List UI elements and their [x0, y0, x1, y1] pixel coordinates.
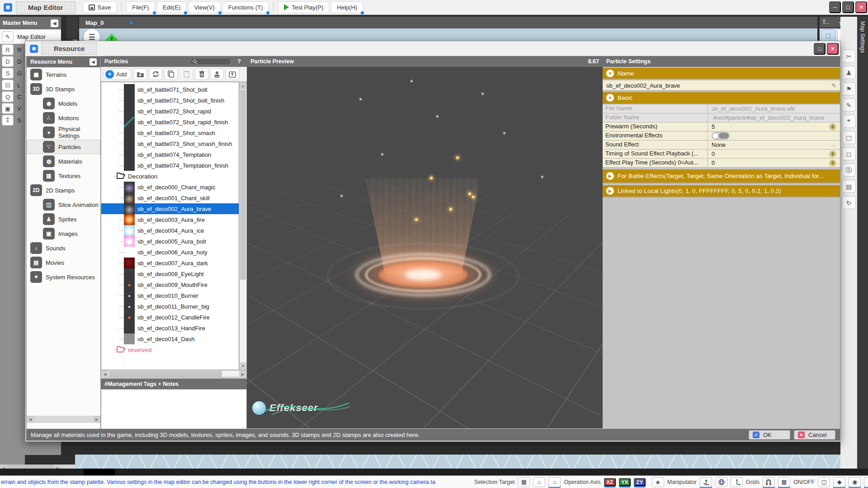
layout-toggle-button[interactable]: ◫	[818, 477, 830, 487]
tree-item[interactable]: sb_ef_deco013_HandFire	[101, 323, 239, 333]
axis-xz-button[interactable]: XZ	[604, 478, 616, 486]
help-button[interactable]: ?	[235, 58, 243, 65]
collapse-left-icon[interactable]: ◀	[51, 19, 58, 27]
name-field[interactable]: sb_ef_deco002_Aura_brave ✎	[603, 80, 840, 91]
copy-button[interactable]	[164, 68, 178, 80]
move-tool-button[interactable]	[700, 477, 712, 487]
setting-value[interactable]	[708, 131, 840, 140]
setting-value[interactable]: 5	[708, 122, 840, 131]
resource-menu-item-textures[interactable]: ▨Textures	[27, 169, 100, 183]
prism-toggle-button[interactable]: ◆	[833, 477, 845, 487]
lighting-toggle-button[interactable]: ◉	[849, 477, 861, 487]
cancel-button[interactable]: ✕ Cancel	[794, 430, 835, 440]
save-button[interactable]: Save	[83, 1, 117, 13]
resource-menu-item-physical-settings[interactable]: ●Physical Settings	[27, 125, 100, 140]
scroll-down-icon[interactable]: ▼	[240, 362, 246, 370]
resource-menu-item-materials[interactable]: ◍Materials	[27, 154, 100, 169]
resource-maximize-button[interactable]: □	[814, 43, 826, 55]
new-folder-button[interactable]	[133, 68, 147, 80]
arrow-right-icon[interactable]: →	[830, 141, 836, 148]
section-name[interactable]: ▼ Name	[603, 68, 840, 80]
axis-yx-button[interactable]: YX	[619, 478, 631, 486]
resource-menu-item-2d-stamps[interactable]: 2D2D Stamps	[27, 183, 100, 197]
marquee-select-tool[interactable]: ⬚	[821, 29, 835, 42]
search-input[interactable]	[190, 58, 231, 65]
grid-toggle-button[interactable]: ▦	[778, 477, 790, 487]
tree-item[interactable]: sb_ef_battle073_Shot_smash_finish	[101, 138, 239, 149]
menu-functionst[interactable]: Functions (T)	[222, 1, 269, 13]
scroll-up-icon[interactable]: ▲	[240, 82, 246, 89]
resource-menu-scrollbar[interactable]: ◀ ▶	[27, 416, 100, 423]
map-tab-bar[interactable]: Map_0	[79, 17, 817, 28]
rotate-tool-button[interactable]	[715, 477, 727, 487]
frame-icon[interactable]: ◻	[842, 147, 856, 160]
tree-folder-decoration[interactable]: Decoration	[101, 171, 239, 182]
tree-item[interactable]: sb_ef_deco004_Aura_ice	[101, 225, 239, 236]
spinner-icon[interactable]	[829, 123, 836, 131]
tree-folder-reserved[interactable]: reserved	[101, 344, 239, 355]
resource-menu-item-models[interactable]: ◉Models	[27, 96, 100, 111]
ok-button[interactable]: ✓ OK	[749, 430, 790, 440]
tree-item[interactable]: sb_ef_deco012_CandleFire	[101, 312, 239, 323]
resource-menu-item-particles[interactable]: ∵Particles	[27, 140, 100, 154]
menu-filef[interactable]: File(F)	[126, 1, 155, 13]
spinner-icon[interactable]	[829, 150, 836, 158]
stamp-button[interactable]	[210, 68, 224, 80]
window-close-button[interactable]: ✕	[855, 1, 867, 13]
toggle-off[interactable]	[712, 132, 730, 140]
clipboard-icon[interactable]: ▤	[842, 180, 856, 193]
tree-horizontal-scrollbar[interactable]: ◀ ▶	[101, 370, 247, 377]
undo-icon[interactable]: ↻	[842, 196, 856, 209]
add-button[interactable]: ＋ Add	[103, 68, 132, 80]
resource-menu-item-motions[interactable]: ∴Motions	[27, 111, 100, 125]
tree-item[interactable]: sb_ef_deco010_Burner	[101, 290, 239, 301]
resource-menu-item-movies[interactable]: ▤Movies	[27, 255, 100, 270]
snap-magnet-button[interactable]	[763, 477, 775, 487]
section-battle-effects[interactable]: ▶ For Battle Effects(Target, Target, Sam…	[603, 169, 840, 183]
tree-item[interactable]: sb_ef_deco003_Aura_fire	[101, 214, 239, 225]
select-building-button[interactable]: ⌂	[548, 477, 561, 487]
tree-item[interactable]: sb_ef_battle072_Shot_rapid	[101, 106, 239, 117]
section-basic[interactable]: ▼ Basic	[603, 92, 840, 104]
tree-item[interactable]: sb_ef_deco011_Burner_big	[101, 301, 239, 312]
tree-item[interactable]: sb_ef_deco001_Chant_skill	[101, 192, 239, 203]
tree-item[interactable]: sb_ef_battle073_Shot_smash	[101, 127, 239, 138]
scrollbar-thumb[interactable]	[109, 371, 222, 377]
resource-menu-item-system-resources[interactable]: ✦System Resources	[27, 270, 100, 284]
scroll-right-icon[interactable]: ▶	[93, 416, 100, 423]
paste-button[interactable]	[179, 68, 193, 80]
export-button[interactable]	[226, 68, 239, 80]
preview-viewport[interactable]: Effekseer	[247, 67, 603, 428]
tree-item[interactable]: sb_ef_battle072_Shot_rapid_finish	[101, 117, 239, 127]
resource-menu-item-3d-stamps[interactable]: 3D3D Stamps	[27, 82, 100, 96]
system-icon[interactable]: Ⓢ	[842, 164, 856, 177]
section-local-lights[interactable]: ▶ Linked to Local Lights(0, 1, 0, FFFFFF…	[603, 185, 840, 197]
edit-pencil-icon[interactable]: ✎	[831, 82, 836, 89]
window-maximize-button[interactable]: □	[842, 1, 854, 13]
flag-icon[interactable]: ⚑	[842, 82, 856, 95]
axis-zy-button[interactable]: ZY	[634, 478, 646, 486]
tree-item[interactable]: sb_ef_deco005_Aura_bolt	[101, 236, 239, 247]
select-map-chip-button[interactable]: ▦	[518, 477, 530, 487]
map-canvas-strip[interactable]	[75, 455, 857, 469]
scale-tool-button[interactable]	[731, 477, 743, 487]
tree-item[interactable]: sb_ef_battle071_Shot_bolt	[101, 84, 239, 95]
collapse-left-icon[interactable]: ◀	[90, 58, 97, 66]
menu-edite[interactable]: Edit(E)	[157, 1, 187, 13]
help-menu[interactable]: Help(H)	[331, 1, 363, 13]
scrollbar-thumb[interactable]	[240, 90, 246, 280]
map-settings-tab[interactable]: Map Settings	[857, 17, 868, 475]
resource-menu-item-sounds[interactable]: ♪Sounds	[27, 241, 100, 255]
delete-button[interactable]	[195, 68, 208, 80]
tree-item[interactable]: sb_ef_deco008_EyeLight	[101, 268, 239, 279]
window-minimize-button[interactable]: ─	[829, 1, 841, 13]
test-play-button[interactable]: Test Play(P)	[278, 1, 329, 13]
setting-value[interactable]: 0	[708, 150, 840, 158]
tree-item[interactable]: sb_ef_deco002_Aura_brave	[101, 203, 239, 214]
tree-item[interactable]: sb_ef_deco000_Chant_magic	[101, 182, 239, 192]
scroll-right-icon[interactable]: ▶	[239, 371, 246, 378]
comment-icon[interactable]: ❝	[842, 115, 856, 128]
tree-vertical-scrollbar[interactable]: ▲ ▼	[239, 82, 247, 370]
select-object-button[interactable]: ⌂	[533, 477, 545, 487]
setting-value[interactable]: None→	[708, 141, 840, 149]
